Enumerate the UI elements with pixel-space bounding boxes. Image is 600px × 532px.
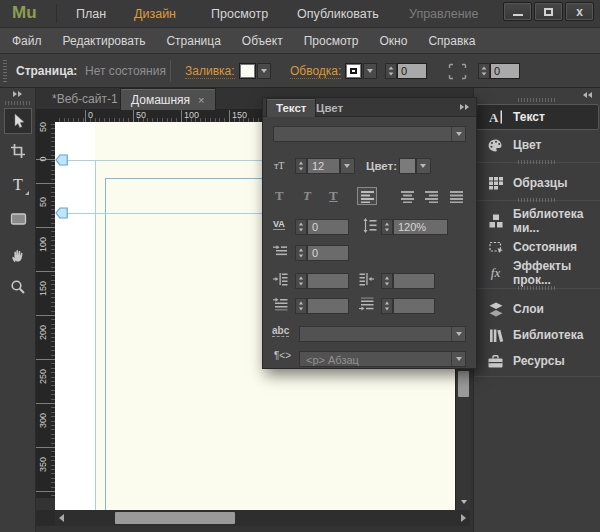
sidebar-item-text[interactable]: A Текст bbox=[476, 104, 599, 130]
fill-color-swatch[interactable] bbox=[239, 63, 256, 79]
sidebar-item-assets[interactable]: Ресурсы bbox=[476, 348, 599, 374]
sidebar-item-color[interactable]: Цвет bbox=[476, 132, 599, 158]
text-color-swatch[interactable] bbox=[399, 158, 416, 174]
font-size-stepper[interactable] bbox=[295, 158, 307, 174]
zoom-tool-button[interactable] bbox=[4, 274, 32, 300]
panel-menu-icon[interactable] bbox=[460, 104, 469, 110]
sidebar-item-layers[interactable]: Слои bbox=[476, 296, 599, 322]
menu-window[interactable]: Окно bbox=[380, 34, 408, 48]
stroke-label[interactable]: Обводка: bbox=[290, 64, 341, 79]
collapse-sidebar-icon[interactable] bbox=[583, 92, 592, 98]
close-button[interactable]: x bbox=[565, 2, 594, 21]
link-style-dropdown[interactable] bbox=[299, 326, 466, 342]
panel-group-grip[interactable] bbox=[518, 160, 556, 164]
sidebar-item-library[interactable]: Библиотека bbox=[476, 322, 599, 348]
titlebar-divider bbox=[56, 4, 57, 23]
first-line-indent-stepper[interactable] bbox=[295, 245, 307, 261]
kerning-input[interactable]: 0 bbox=[307, 219, 349, 235]
space-above-input[interactable] bbox=[307, 298, 349, 314]
ruler-label: 150 bbox=[38, 284, 48, 296]
corner-radius-input[interactable]: 0 bbox=[490, 63, 520, 79]
horizontal-scrollbar[interactable] bbox=[55, 510, 470, 526]
space-below-stepper[interactable] bbox=[381, 298, 393, 314]
fill-dropdown-button[interactable] bbox=[257, 63, 271, 79]
nav-publish[interactable]: Опубликовать bbox=[297, 7, 379, 21]
tab-label: Домашняя bbox=[131, 93, 190, 107]
tab-home[interactable]: Домашняя × bbox=[120, 88, 216, 110]
align-right-button[interactable] bbox=[421, 187, 441, 205]
chevron-down-icon bbox=[367, 69, 373, 73]
menu-view[interactable]: Просмотр bbox=[304, 34, 359, 48]
stroke-color-swatch[interactable] bbox=[345, 63, 362, 79]
leading-input[interactable]: 120% bbox=[393, 219, 448, 235]
space-below-icon bbox=[359, 297, 374, 311]
toolbar-grip[interactable] bbox=[3, 60, 7, 82]
underline-button[interactable]: T bbox=[329, 188, 338, 204]
stroke-size-stepper[interactable] bbox=[385, 63, 397, 79]
vscroll-thumb[interactable] bbox=[458, 371, 469, 397]
space-below-input[interactable] bbox=[393, 298, 435, 314]
toolbox-grip[interactable] bbox=[5, 101, 31, 105]
hscroll-right-button[interactable] bbox=[461, 514, 466, 522]
minimize-button[interactable] bbox=[503, 2, 532, 21]
menu-edit[interactable]: Редактировать bbox=[63, 34, 146, 48]
kerning-stepper[interactable] bbox=[295, 219, 307, 235]
expand-panel-icon[interactable] bbox=[13, 91, 22, 97]
left-indent-input[interactable] bbox=[307, 273, 349, 289]
menu-page[interactable]: Страница bbox=[166, 34, 220, 48]
panel-group-grip[interactable] bbox=[518, 98, 556, 102]
sidebar-item-widgets-library[interactable]: Библиотека ми... bbox=[476, 208, 599, 234]
space-above-stepper[interactable] bbox=[295, 298, 307, 314]
font-size-dropdown[interactable] bbox=[340, 158, 355, 174]
tab-close-icon[interactable]: × bbox=[198, 94, 204, 106]
hand-tool-button[interactable] bbox=[4, 243, 32, 269]
sidebar-item-scroll-effects[interactable]: fx Эффекты прок... bbox=[476, 260, 599, 286]
menu-help[interactable]: Справка bbox=[428, 34, 475, 48]
nav-preview[interactable]: Просмотр bbox=[211, 7, 268, 21]
margin-guide-vertical[interactable] bbox=[105, 178, 106, 510]
align-justify-button[interactable] bbox=[446, 187, 466, 205]
paragraph-style-dropdown[interactable]: <p> Абзац bbox=[299, 351, 466, 367]
leading-icon bbox=[363, 218, 377, 233]
panel-group-grip[interactable] bbox=[518, 198, 556, 202]
stroke-dropdown-button[interactable] bbox=[363, 63, 377, 79]
sidebar-item-states[interactable]: Состояния bbox=[476, 234, 599, 260]
corner-radius-stepper[interactable] bbox=[478, 63, 490, 79]
right-indent-stepper[interactable] bbox=[381, 273, 393, 289]
fill-label[interactable]: Заливка: bbox=[185, 64, 235, 79]
leading-stepper[interactable] bbox=[381, 219, 393, 235]
vertical-ruler: 50 0 50 100 150 200 250 300 350 bbox=[36, 122, 55, 498]
stroke-size-input[interactable]: 0 bbox=[397, 63, 427, 79]
bold-button[interactable]: T bbox=[275, 188, 284, 204]
nav-design[interactable]: Дизайн bbox=[134, 7, 176, 21]
hscroll-left-button[interactable] bbox=[59, 514, 64, 522]
maximize-button[interactable] bbox=[534, 2, 563, 21]
selection-tool-button[interactable] bbox=[4, 108, 32, 134]
nav-plan[interactable]: План bbox=[76, 7, 106, 21]
hscroll-thumb[interactable] bbox=[115, 512, 235, 524]
crop-tool-button[interactable] bbox=[4, 138, 32, 164]
align-right-icon bbox=[424, 190, 439, 203]
sidebar-item-swatches[interactable]: Образцы bbox=[476, 170, 599, 196]
panel-tab-label: Текст bbox=[276, 102, 306, 114]
left-indent-stepper[interactable] bbox=[295, 273, 307, 289]
panel-group-grip[interactable] bbox=[518, 286, 556, 290]
panel-tab-color[interactable]: Цвет bbox=[307, 98, 352, 117]
align-justify-icon bbox=[449, 190, 464, 203]
chevron-down-icon bbox=[261, 69, 267, 73]
font-size-input[interactable]: 12 bbox=[307, 158, 340, 174]
first-line-indent-input[interactable]: 0 bbox=[307, 245, 349, 261]
font-family-dropdown[interactable] bbox=[273, 126, 466, 142]
guide-handle-header[interactable] bbox=[55, 206, 69, 224]
italic-button[interactable]: T bbox=[303, 188, 311, 204]
vscroll-down-button[interactable] bbox=[456, 496, 471, 508]
guide-handle-top[interactable] bbox=[55, 153, 69, 171]
align-left-button[interactable] bbox=[357, 187, 377, 205]
menu-file[interactable]: Файл bbox=[12, 34, 42, 48]
rectangle-tool-button[interactable] bbox=[4, 206, 32, 232]
text-color-dropdown[interactable] bbox=[416, 158, 431, 174]
text-tool-button[interactable]: T bbox=[4, 172, 32, 198]
align-center-button[interactable] bbox=[397, 187, 417, 205]
menu-object[interactable]: Объект bbox=[242, 34, 283, 48]
right-indent-input[interactable] bbox=[393, 273, 435, 289]
